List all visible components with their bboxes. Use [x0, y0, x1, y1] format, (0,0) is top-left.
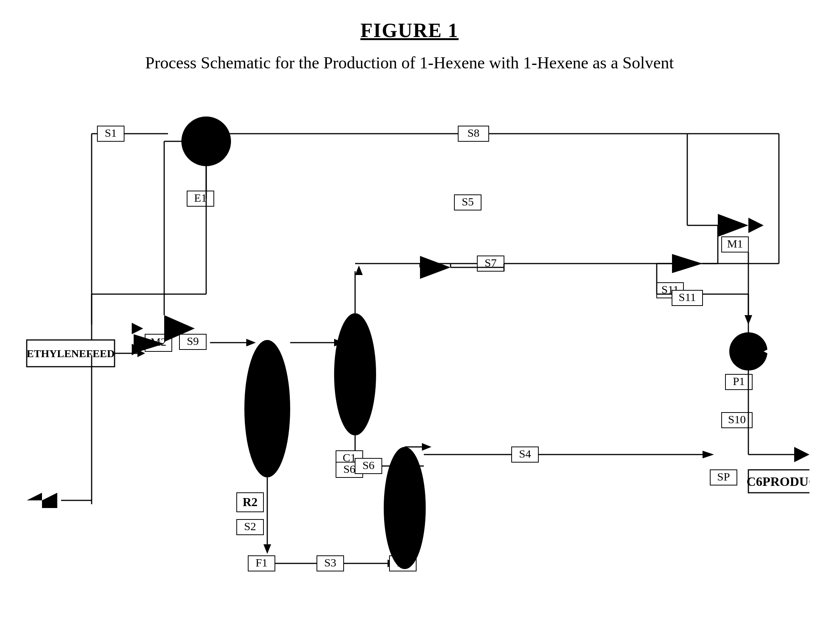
svg-text:S4: S4	[519, 447, 531, 460]
svg-marker-75	[794, 447, 809, 462]
figure-subtitle: Process Schematic for the Production of …	[0, 53, 819, 73]
diagram: S8 S1 E1 ETHYLENEFEED	[23, 88, 809, 623]
svg-point-69	[729, 332, 767, 371]
svg-marker-83	[703, 451, 714, 458]
svg-text:S6: S6	[343, 463, 355, 475]
svg-marker-16	[27, 493, 57, 508]
svg-marker-27	[246, 339, 256, 346]
svg-text:S10: S10	[728, 413, 746, 426]
svg-marker-93	[231, 138, 233, 145]
svg-text:S1: S1	[105, 126, 117, 139]
svg-point-45	[334, 313, 376, 435]
svg-marker-109	[422, 443, 431, 451]
svg-text:S11: S11	[678, 291, 696, 303]
svg-text:S9: S9	[187, 335, 199, 347]
process-diagram: S8 S1 E1 ETHYLENEFEED	[23, 88, 809, 623]
svg-text:P1: P1	[733, 375, 745, 387]
svg-point-92	[181, 117, 231, 166]
svg-marker-98	[672, 254, 703, 273]
figure-title: FIGURE 1	[0, 0, 819, 42]
svg-text:R2: R2	[242, 495, 257, 509]
svg-text:F1: F1	[255, 556, 268, 569]
page: FIGURE 1 Process Schematic for the Produ…	[0, 0, 819, 644]
svg-text:C6PRODUCT: C6PRODUCT	[746, 474, 809, 489]
svg-text:ETHYLENEFEED: ETHYLENEFEED	[27, 348, 115, 359]
svg-marker-20	[132, 323, 143, 334]
svg-point-28	[244, 340, 290, 477]
svg-text:S3: S3	[324, 556, 336, 569]
svg-text:S6: S6	[362, 459, 375, 471]
svg-marker-87	[420, 256, 451, 279]
svg-marker-84	[718, 214, 748, 237]
svg-text:S2: S2	[244, 520, 256, 532]
svg-text:E1: E1	[194, 191, 207, 204]
svg-text:S8: S8	[467, 126, 480, 139]
svg-text:M1: M1	[727, 237, 743, 250]
svg-marker-60	[748, 218, 764, 233]
svg-marker-54	[355, 265, 363, 275]
svg-marker-34	[263, 544, 271, 554]
svg-text:S5: S5	[462, 195, 474, 208]
svg-text:SP: SP	[717, 470, 730, 483]
